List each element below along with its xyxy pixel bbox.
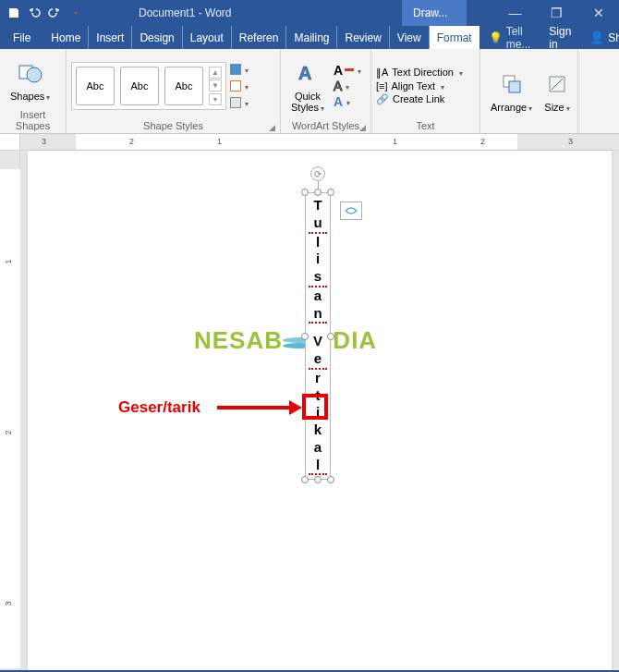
style-preset-3[interactable]: Abc (164, 67, 203, 105)
gallery-more-icon[interactable]: ▾ (209, 93, 222, 105)
textbox-selection[interactable]: ⟳ Tulisan Vertikal (305, 192, 331, 480)
workspace: 1 2 3 NESABEDIA ⟳ Tulisan Vertikal Geser… (0, 151, 619, 670)
qat-customize-icon[interactable] (67, 5, 83, 21)
tab-references[interactable]: Referen (232, 26, 287, 49)
resize-handle[interactable] (327, 189, 334, 196)
quick-styles-button[interactable]: A Quick Styles (285, 56, 330, 116)
tab-format[interactable]: Format (430, 26, 479, 49)
align-text-button[interactable]: [≡]Align Text (376, 79, 444, 92)
minimize-button[interactable]: — (494, 0, 536, 26)
text-direction-button[interactable]: ‖AText Direction (376, 66, 463, 79)
share-button[interactable]: 👤Share (580, 26, 619, 49)
arrange-button[interactable]: Arrange (485, 67, 538, 116)
tab-layout[interactable]: Layout (183, 26, 232, 49)
tab-home[interactable]: Home (43, 26, 89, 49)
resize-handle[interactable] (301, 476, 309, 483)
rotate-handle-icon[interactable]: ⟳ (310, 166, 325, 181)
group-wordart-styles: A Quick Styles A A A WordArt Styles◢ (281, 49, 371, 133)
textbox-char: u (309, 214, 327, 234)
group-insert-shapes: Shapes Insert Shapes (0, 49, 67, 133)
group-size: Size (532, 49, 578, 133)
group-label-wordart: WordArt Styles◢ (285, 119, 366, 133)
textbox-char: l (309, 234, 327, 251)
close-button[interactable]: ✕ (577, 0, 619, 26)
tab-file[interactable]: File (0, 26, 43, 49)
shape-style-gallery[interactable]: Abc Abc Abc ▲ ▼ ▾ (71, 62, 226, 110)
window-controls: — ❐ ✕ (494, 0, 619, 26)
ribbon-tabs: File Home Insert Design Layout Referen M… (0, 26, 619, 49)
text-fill-button[interactable]: A (334, 63, 361, 78)
redo-icon[interactable] (46, 5, 63, 21)
gallery-down-icon[interactable]: ▼ (209, 79, 222, 92)
tab-review[interactable]: Review (337, 26, 389, 49)
annotation-arrow-icon (217, 406, 293, 409)
group-text: ‖AText Direction [≡]Align Text 🔗Create L… (371, 49, 480, 133)
document-title: Document1 - Word (139, 6, 231, 19)
textbox-char: a (309, 287, 327, 305)
shapes-icon (16, 58, 45, 88)
tab-design[interactable]: Design (132, 26, 182, 49)
title-bar: Document1 - Word Draw... — ❐ ✕ (0, 0, 619, 26)
lightbulb-icon: 💡 (489, 31, 503, 44)
shape-effects-button[interactable] (230, 95, 249, 110)
textbox-char: n (309, 305, 327, 324)
textbox-char: a (309, 439, 327, 457)
group-label-shape-styles: Shape Styles◢ (71, 119, 275, 133)
shapes-label: Shapes (10, 91, 50, 103)
tell-me[interactable]: 💡Tell me... (479, 26, 540, 49)
dialog-launcher-icon[interactable]: ◢ (359, 123, 366, 132)
group-arrange: Arrange (480, 49, 532, 133)
create-link-button[interactable]: 🔗Create Link (376, 92, 444, 106)
gallery-up-icon[interactable]: ▲ (209, 67, 222, 79)
resize-handle[interactable] (327, 476, 334, 483)
textbox-char: r (309, 370, 327, 387)
effects-swatch-icon (230, 97, 241, 108)
resize-handle[interactable] (314, 189, 322, 196)
annotation-label: Geser/tarik (118, 398, 200, 417)
document-page[interactable]: NESABEDIA ⟳ Tulisan Vertikal Geser/tarik (28, 151, 612, 670)
shape-fill-button[interactable] (230, 62, 249, 77)
style-preset-2[interactable]: Abc (120, 67, 159, 105)
arrange-label: Arrange (491, 102, 532, 114)
horizontal-ruler[interactable]: 3 2 1 1 2 3 (0, 134, 619, 151)
quick-access-toolbar (0, 5, 83, 21)
restore-button[interactable]: ❐ (536, 0, 577, 26)
gallery-scroll: ▲ ▼ ▾ (209, 67, 222, 105)
style-preset-1[interactable]: Abc (76, 67, 115, 105)
textbox-char: k (309, 422, 327, 439)
textbox-char: T (309, 197, 327, 214)
share-icon: 👤 (589, 31, 604, 44)
vertical-ruler[interactable]: 1 2 3 (0, 151, 20, 670)
dialog-launcher-icon[interactable]: ◢ (269, 123, 275, 132)
outline-swatch-icon (230, 80, 241, 92)
size-label: Size (544, 102, 569, 114)
resize-handle[interactable] (314, 476, 322, 483)
shape-style-buttons (230, 62, 249, 110)
textbox-char: V (309, 333, 327, 350)
link-icon: 🔗 (376, 93, 389, 105)
text-outline-button[interactable]: A (334, 79, 361, 93)
arrange-icon (497, 69, 527, 99)
resize-handle[interactable] (301, 333, 309, 340)
watermark: NESABEDIA (194, 326, 377, 355)
group-shape-styles: Abc Abc Abc ▲ ▼ ▾ Shape Styles◢ (67, 49, 281, 133)
layout-options-icon[interactable] (340, 202, 362, 220)
textbox-char: i (309, 250, 327, 268)
shape-outline-button[interactable] (230, 79, 249, 93)
fill-swatch-icon (230, 64, 241, 75)
save-icon[interactable] (6, 5, 22, 21)
size-button[interactable]: Size (537, 67, 577, 116)
tab-view[interactable]: View (390, 26, 430, 49)
svg-text:A: A (298, 63, 311, 83)
tab-insert[interactable]: Insert (89, 26, 132, 49)
resize-handle[interactable] (327, 333, 334, 340)
share-label: Share (608, 31, 619, 44)
resize-handle[interactable] (301, 189, 309, 196)
shapes-button[interactable]: Shapes (5, 56, 55, 104)
tab-mailings[interactable]: Mailing (286, 26, 337, 49)
text-effects-button[interactable]: A (334, 94, 361, 109)
quick-styles-icon: A (293, 58, 322, 88)
undo-icon[interactable] (26, 5, 42, 21)
sign-in-link[interactable]: Sign in (540, 26, 580, 49)
size-icon (542, 69, 572, 99)
